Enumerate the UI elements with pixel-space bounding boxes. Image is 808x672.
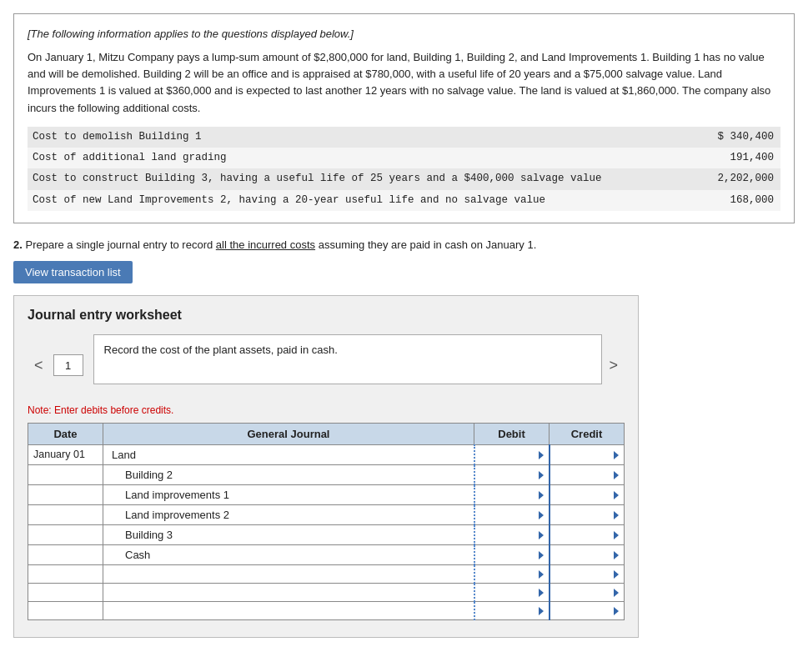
row-journal-7[interactable] xyxy=(103,584,474,602)
cost-label-3: Cost of new Land Improvements 2, having … xyxy=(28,190,701,211)
row-journal-0[interactable]: Land xyxy=(103,445,474,465)
row-date-0: January 01 xyxy=(28,445,103,465)
row-debit-6[interactable] xyxy=(474,565,550,584)
table-row: Building 2 xyxy=(28,465,625,485)
row-credit-0[interactable] xyxy=(550,445,625,465)
table-row: January 01Land xyxy=(28,445,625,465)
table-row: Building 3 xyxy=(28,525,625,545)
info-box: [The following information applies to th… xyxy=(13,13,795,223)
row-credit-7[interactable] xyxy=(550,584,625,602)
row-debit-3[interactable] xyxy=(474,505,550,525)
note-text: Note: Enter debits before credits. xyxy=(28,404,625,416)
row-debit-0[interactable] xyxy=(474,445,550,465)
row-date-1 xyxy=(28,465,103,485)
cost-amount-1: 191,400 xyxy=(701,148,780,168)
row-credit-5[interactable] xyxy=(550,545,625,565)
row-credit-3[interactable] xyxy=(550,505,625,525)
transaction-description: Record the cost of the plant assets, pai… xyxy=(93,334,602,384)
row-credit-1[interactable] xyxy=(550,465,625,485)
nav-prev-button[interactable]: < xyxy=(28,357,50,374)
table-row: Land improvements 2 xyxy=(28,505,625,525)
table-row: Land improvements 1 xyxy=(28,485,625,505)
row-journal-4[interactable]: Building 3 xyxy=(103,525,474,545)
worksheet-title: Journal entry worksheet xyxy=(28,308,625,323)
journal-table: Date General Journal Debit Credit Januar… xyxy=(28,423,625,620)
row-journal-2[interactable]: Land improvements 1 xyxy=(103,485,474,505)
cost-amount-0: $ 340,400 xyxy=(701,127,780,148)
header-date: Date xyxy=(28,424,103,445)
row-journal-1[interactable]: Building 2 xyxy=(103,465,474,485)
row-credit-8[interactable] xyxy=(550,602,625,620)
row-debit-7[interactable] xyxy=(474,584,550,602)
row-journal-5[interactable]: Cash xyxy=(103,545,474,565)
table-row: Cash xyxy=(28,545,625,565)
question-suffix: assuming they are paid in cash on Januar… xyxy=(319,238,537,251)
row-debit-1[interactable] xyxy=(474,465,550,485)
row-date-7 xyxy=(28,584,103,602)
table-row xyxy=(28,584,625,602)
view-transaction-list-button[interactable]: View transaction list xyxy=(13,261,133,283)
row-debit-5[interactable] xyxy=(474,545,550,565)
row-credit-4[interactable] xyxy=(550,525,625,545)
row-date-4 xyxy=(28,525,103,545)
cost-label-0: Cost to demolish Building 1 xyxy=(28,127,701,148)
nav-row: < 1 Record the cost of the plant assets,… xyxy=(28,334,625,396)
row-debit-4[interactable] xyxy=(474,525,550,545)
row-date-2 xyxy=(28,485,103,505)
row-date-6 xyxy=(28,565,103,584)
row-debit-2[interactable] xyxy=(474,485,550,505)
costs-table: Cost to demolish Building 1$ 340,400Cost… xyxy=(28,127,780,212)
row-date-5 xyxy=(28,545,103,565)
intro-text: On January 1, Mitzu Company pays a lump-… xyxy=(28,49,780,117)
cost-label-1: Cost of additional land grading xyxy=(28,148,701,168)
table-header-row: Date General Journal Debit Credit xyxy=(28,424,625,445)
row-date-3 xyxy=(28,505,103,525)
row-journal-6[interactable] xyxy=(103,565,474,584)
row-journal-3[interactable]: Land improvements 2 xyxy=(103,505,474,525)
row-credit-6[interactable] xyxy=(550,565,625,584)
row-date-8 xyxy=(28,602,103,620)
row-journal-8[interactable] xyxy=(103,602,474,620)
cost-label-2: Cost to construct Building 3, having a u… xyxy=(28,168,701,189)
question-underline: all the incurred costs xyxy=(216,238,315,251)
question-number: 2. xyxy=(13,238,23,251)
worksheet-container: Journal entry worksheet < 1 Record the c… xyxy=(13,295,639,638)
intro-italic: [The following information applies to th… xyxy=(28,26,780,43)
cost-amount-2: 2,202,000 xyxy=(701,168,780,189)
cost-amount-3: 168,000 xyxy=(701,190,780,211)
question-text: 2. Prepare a single journal entry to rec… xyxy=(13,238,795,251)
header-credit: Credit xyxy=(550,424,625,445)
row-credit-2[interactable] xyxy=(550,485,625,505)
header-debit: Debit xyxy=(474,424,550,445)
table-row xyxy=(28,602,625,620)
question-prefix: Prepare a single journal entry to record xyxy=(25,238,215,251)
header-general-journal: General Journal xyxy=(103,424,474,445)
table-row xyxy=(28,565,625,584)
nav-page-indicator: 1 xyxy=(53,354,83,376)
row-debit-8[interactable] xyxy=(474,602,550,620)
nav-next-button[interactable]: > xyxy=(602,357,625,374)
